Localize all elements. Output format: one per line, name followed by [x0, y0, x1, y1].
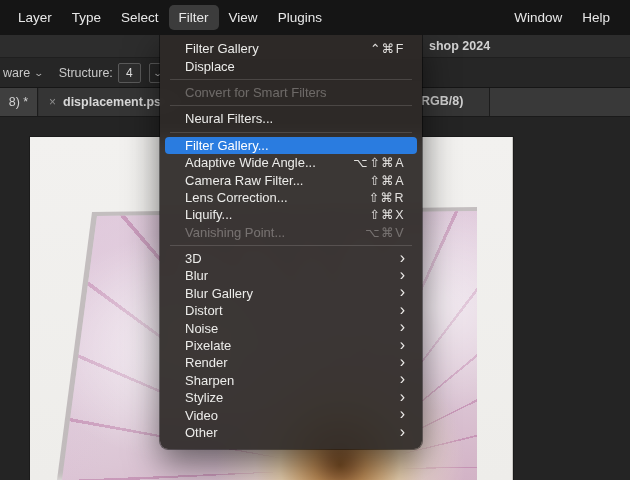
submenu-arrow-icon: ›: [400, 284, 405, 300]
mode-dropdown[interactable]: ware ⌄: [0, 66, 43, 80]
mode-dropdown-label: ware: [3, 66, 30, 80]
menu-item-vanishing-point: Vanishing Point...⌥⌘V: [165, 224, 417, 241]
filter-menu: Filter Gallery⌃⌘FDisplaceConvert for Sma…: [160, 35, 422, 449]
menubar-item-filter[interactable]: Filter: [169, 5, 219, 30]
menubar-item-plugins[interactable]: Plugins: [268, 5, 332, 30]
menu-item-sharpen[interactable]: Sharpen›: [165, 372, 417, 389]
keyboard-shortcut: ⌥⌘V: [365, 225, 405, 240]
menubar-item-type[interactable]: Type: [62, 5, 111, 30]
submenu-arrow-icon: ›: [400, 424, 405, 440]
keyboard-shortcut: ⇧⌘R: [368, 190, 405, 205]
tab-title-fragment: RGB/8): [421, 94, 463, 108]
keyboard-shortcut: ⌃⌘F: [370, 41, 405, 56]
menu-item-label: Blur: [185, 268, 400, 283]
menubar: LayerTypeSelectFilterViewPlugins WindowH…: [0, 0, 630, 35]
structure-label: Structure:: [59, 66, 113, 80]
submenu-arrow-icon: ›: [400, 267, 405, 283]
menu-item-label: Camera Raw Filter...: [185, 173, 369, 188]
submenu-arrow-icon: ›: [400, 406, 405, 422]
menu-item-stylize[interactable]: Stylize›: [165, 389, 417, 406]
menu-item-render[interactable]: Render›: [165, 354, 417, 371]
menu-separator: [170, 79, 412, 80]
menu-item-pixelate[interactable]: Pixelate›: [165, 337, 417, 354]
menu-item-other[interactable]: Other›: [165, 424, 417, 441]
menu-item-lens-correction[interactable]: Lens Correction...⇧⌘R: [165, 189, 417, 206]
menu-item-label: Adaptive Wide Angle...: [185, 155, 353, 170]
menu-item-neural-filters[interactable]: Neural Filters...: [165, 110, 417, 127]
menu-item-adaptive-wide-angle[interactable]: Adaptive Wide Angle...⌥⇧⌘A: [165, 154, 417, 171]
close-icon[interactable]: ×: [49, 95, 56, 109]
submenu-arrow-icon: ›: [400, 354, 405, 370]
menu-item-noise[interactable]: Noise›: [165, 319, 417, 336]
menu-item-label: Displace: [185, 59, 405, 74]
menu-item-label: Noise: [185, 321, 400, 336]
menu-item-filter-gallery[interactable]: Filter Gallery...: [165, 137, 417, 154]
menu-item-label: Convert for Smart Filters: [185, 85, 405, 100]
document-tab-partial[interactable]: 8) *: [0, 88, 38, 116]
menu-item-label: 3D: [185, 251, 400, 266]
tab-bar-empty-area: [490, 88, 630, 116]
menu-item-blur[interactable]: Blur›: [165, 267, 417, 284]
menu-item-filter-gallery[interactable]: Filter Gallery⌃⌘F: [165, 40, 417, 57]
menu-item-blur-gallery[interactable]: Blur Gallery›: [165, 285, 417, 302]
tab-label-fragment: 8) *: [9, 95, 28, 109]
submenu-arrow-icon: ›: [400, 371, 405, 387]
menubar-item-help[interactable]: Help: [572, 5, 620, 30]
menubar-item-window[interactable]: Window: [504, 5, 572, 30]
keyboard-shortcut: ⇧⌘X: [369, 207, 405, 222]
submenu-arrow-icon: ›: [400, 337, 405, 353]
menu-item-label: Distort: [185, 303, 400, 318]
menu-separator: [170, 245, 412, 246]
structure-value-input[interactable]: 4: [118, 63, 141, 83]
menubar-item-select[interactable]: Select: [111, 5, 169, 30]
tab-title: displacement.psd: [63, 95, 169, 109]
menu-item-label: Liquify...: [185, 207, 369, 222]
menu-separator: [170, 105, 412, 106]
menubar-item-layer[interactable]: Layer: [8, 5, 62, 30]
menu-item-label: Render: [185, 355, 400, 370]
menu-item-label: Other: [185, 425, 400, 440]
menu-item-label: Filter Gallery: [185, 41, 370, 56]
submenu-arrow-icon: ›: [400, 250, 405, 266]
menu-item-liquify[interactable]: Liquify...⇧⌘X: [165, 206, 417, 223]
submenu-arrow-icon: ›: [400, 389, 405, 405]
menubar-item-view[interactable]: View: [219, 5, 268, 30]
menu-item-camera-raw-filter[interactable]: Camera Raw Filter...⇧⌘A: [165, 171, 417, 188]
menu-item-label: Sharpen: [185, 373, 400, 388]
chevron-down-icon: ⌄: [34, 68, 45, 78]
menu-item-displace[interactable]: Displace: [165, 57, 417, 74]
submenu-arrow-icon: ›: [400, 302, 405, 318]
menu-item-label: Video: [185, 408, 400, 423]
menu-item-label: Filter Gallery...: [185, 138, 405, 153]
submenu-arrow-icon: ›: [400, 319, 405, 335]
menu-item-label: Stylize: [185, 390, 400, 405]
menu-item-label: Neural Filters...: [185, 111, 405, 126]
menu-separator: [170, 132, 412, 133]
menu-item-video[interactable]: Video›: [165, 406, 417, 423]
keyboard-shortcut: ⇧⌘A: [369, 173, 405, 188]
menu-item-label: Pixelate: [185, 338, 400, 353]
menu-item-3d[interactable]: 3D›: [165, 250, 417, 267]
menu-item-label: Vanishing Point...: [185, 225, 365, 240]
window-title: shop 2024: [429, 39, 490, 53]
menu-item-convert-for-smart-filters: Convert for Smart Filters: [165, 84, 417, 101]
keyboard-shortcut: ⌥⇧⌘A: [353, 155, 405, 170]
menu-item-distort[interactable]: Distort›: [165, 302, 417, 319]
menu-item-label: Blur Gallery: [185, 286, 400, 301]
menu-item-label: Lens Correction...: [185, 190, 368, 205]
menubar-items: LayerTypeSelectFilterViewPlugins: [0, 5, 332, 30]
menubar-right-items: WindowHelp: [504, 5, 630, 30]
